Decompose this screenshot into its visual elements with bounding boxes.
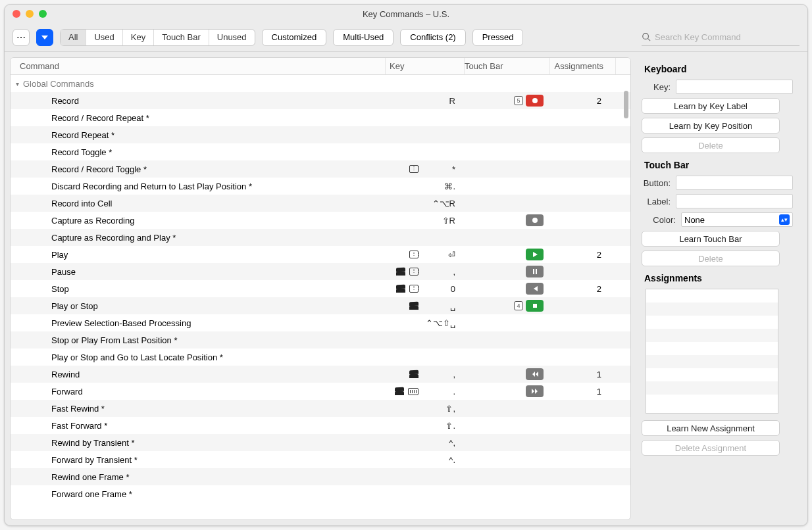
column-command[interactable]: Command: [11, 58, 386, 74]
scrollbar-thumb[interactable]: [624, 91, 628, 118]
table-row[interactable]: Capture as Recording⇧R: [11, 212, 630, 229]
column-key[interactable]: Key: [386, 58, 465, 74]
tb-label-label: Label:: [642, 197, 671, 206]
table-row[interactable]: Record into Cell⌃⌥R: [11, 195, 630, 212]
more-menu-button[interactable]: ⋯: [13, 29, 30, 46]
column-touchbar[interactable]: Touch Bar: [465, 58, 550, 74]
key-shortcut: R: [386, 96, 465, 106]
command-name: Play or Stop and Go to Last Locate Posit…: [11, 352, 386, 362]
assignment-count: 2: [550, 250, 616, 260]
command-name: Play: [11, 250, 386, 260]
learn-assignment-button[interactable]: Learn New Assignment: [642, 420, 780, 436]
table-row[interactable]: Pause,: [11, 263, 630, 280]
learn-by-position-button[interactable]: Learn by Key Position: [642, 118, 780, 133]
chevron-down-icon: ▾: [16, 80, 19, 87]
table-row[interactable]: Forward one Frame *: [11, 485, 630, 502]
key-shortcut: ⇧,: [386, 404, 465, 414]
command-name: Fast Forward *: [11, 421, 386, 431]
filter-pressed[interactable]: Pressed: [472, 29, 524, 46]
filter-segmented: All Used Key Touch Bar Unused: [60, 29, 255, 46]
table-row[interactable]: Rewind by Transient *^,: [11, 434, 630, 451]
titlebar: Key Commands – U.S.: [5, 5, 807, 23]
table-row[interactable]: Forward by Transient *^.: [11, 451, 630, 468]
table-row[interactable]: Rewind,1: [11, 366, 630, 383]
learn-touchbar-button[interactable]: Learn Touch Bar: [642, 231, 780, 247]
group-row[interactable]: ▾ Global Commands: [11, 75, 630, 92]
filter-customized[interactable]: Customized: [262, 29, 327, 46]
inspector-sidebar: Keyboard Key: Learn by Key Label Learn b…: [636, 52, 807, 525]
command-name: Record / Record Repeat *: [11, 113, 386, 123]
assignments-list[interactable]: [646, 289, 778, 414]
command-name: Forward one Frame *: [11, 489, 386, 499]
maximize-icon[interactable]: [39, 10, 47, 18]
key-shortcut: ⌘.: [386, 181, 465, 191]
command-name: Discard Recording and Return to Last Pla…: [11, 181, 386, 191]
table-row[interactable]: Play or Stop and Go to Last Locate Posit…: [11, 349, 630, 366]
table-row[interactable]: Record Repeat *: [11, 126, 630, 143]
table-row[interactable]: Record / Record Toggle **: [11, 160, 630, 178]
filter-multiused[interactable]: Multi-Used: [333, 29, 393, 46]
filter-used[interactable]: Used: [86, 30, 122, 45]
key-shortcut: *: [386, 164, 465, 174]
delete-key-button[interactable]: Delete: [642, 137, 780, 153]
filter-key[interactable]: Key: [123, 30, 154, 45]
table-row[interactable]: RecordR52: [11, 92, 630, 109]
table-row[interactable]: Forward.1: [11, 383, 630, 400]
delete-touchbar-button[interactable]: Delete: [642, 251, 780, 266]
tb-color-dropdown[interactable]: None ▴▾: [681, 212, 793, 227]
section-touchbar-title: Touch Bar: [644, 160, 793, 170]
touchbar-icon-cell: [465, 249, 550, 260]
table-row[interactable]: Capture as Recording and Play *: [11, 229, 630, 246]
table-row[interactable]: Stop02: [11, 280, 630, 297]
filter-conflicts[interactable]: Conflicts (2): [400, 29, 465, 46]
key-commands-window: Key Commands – U.S. ⋯ All Used Key Touch…: [4, 4, 808, 526]
touchbar-record-icon: [526, 95, 544, 107]
search-input[interactable]: [655, 32, 799, 42]
table-row[interactable]: Stop or Play From Last Position *: [11, 331, 630, 349]
touchbar-icon-cell: 5: [465, 95, 550, 107]
svg-point-3: [532, 218, 538, 223]
learn-by-label-button[interactable]: Learn by Key Label: [642, 98, 780, 114]
tb-label-field[interactable]: [676, 194, 793, 208]
key-shortcut: 0: [386, 284, 465, 294]
delete-assignment-button[interactable]: Delete Assignment: [642, 440, 780, 456]
filter-unused[interactable]: Unused: [209, 30, 255, 45]
table-row[interactable]: Record Toggle *: [11, 143, 630, 160]
table-body[interactable]: ▾ Global Commands RecordR52Record / Reco…: [11, 75, 630, 519]
touchbar-skipback-icon: [526, 283, 544, 295]
table-row[interactable]: Preview Selection-Based Processing⌃⌥⇧␣: [11, 314, 630, 331]
options-dropdown-button[interactable]: [36, 29, 53, 46]
table-row[interactable]: Play⏎2: [11, 246, 630, 263]
tb-button-field[interactable]: [676, 176, 793, 190]
key-shortcut: ^,: [386, 438, 465, 448]
command-name: Stop: [11, 284, 386, 294]
command-name: Rewind one Frame *: [11, 472, 386, 482]
touchbar-icon-cell: [465, 266, 550, 277]
table-row[interactable]: Fast Forward *⇧.: [11, 417, 630, 434]
table-row[interactable]: Rewind one Frame *: [11, 468, 630, 485]
filter-touchbar[interactable]: Touch Bar: [154, 30, 209, 45]
key-shortcut: ,: [386, 267, 465, 277]
column-assignments[interactable]: Assignments: [550, 58, 616, 74]
key-field[interactable]: [676, 80, 793, 94]
search-field-wrap: [642, 29, 799, 46]
command-name: Forward: [11, 387, 386, 397]
command-name: Forward by Transient *: [11, 455, 386, 465]
command-name: Play or Stop: [11, 301, 386, 311]
search-icon: [642, 32, 651, 41]
key-shortcut: ^.: [386, 455, 465, 465]
table-row[interactable]: Discard Recording and Return to Last Pla…: [11, 178, 630, 195]
table-header: Command Key Touch Bar Assignments: [11, 58, 630, 75]
window-title: Key Commands – U.S.: [363, 9, 449, 19]
group-label: Global Commands: [23, 79, 94, 89]
table-row[interactable]: Play or Stop␣4: [11, 297, 630, 314]
touchbar-pause-icon: [526, 266, 544, 277]
tb-color-label: Color:: [642, 215, 676, 225]
command-name: Record Toggle *: [11, 147, 386, 157]
svg-rect-4: [533, 304, 537, 308]
close-icon[interactable]: [13, 10, 20, 18]
table-row[interactable]: Fast Rewind *⇧,: [11, 400, 630, 417]
table-row[interactable]: Record / Record Repeat *: [11, 109, 630, 126]
filter-all[interactable]: All: [61, 30, 86, 45]
minimize-icon[interactable]: [26, 10, 34, 18]
